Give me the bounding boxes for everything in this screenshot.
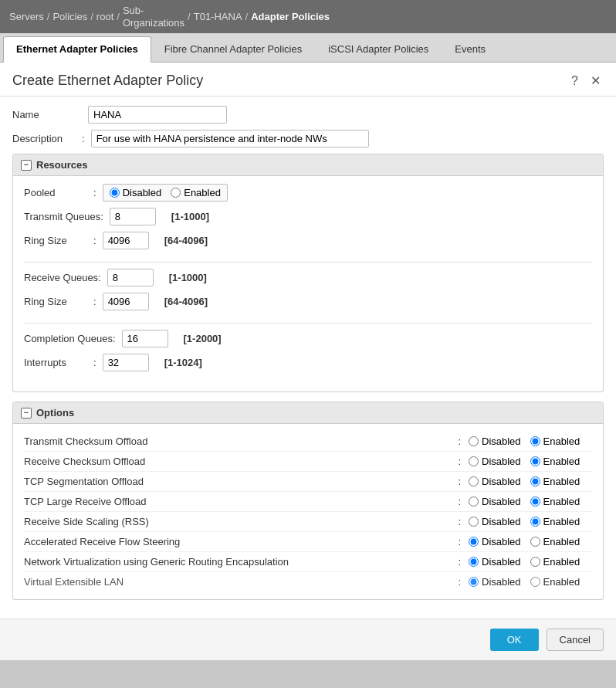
rss-enabled-radio[interactable] [530, 517, 540, 527]
transmit-queues-input[interactable] [110, 208, 156, 225]
resources-collapse-icon: − [21, 160, 32, 171]
rss-enabled[interactable]: Enabled [530, 516, 580, 527]
receive-checksum-label: Receive Checksum Offload [24, 456, 458, 467]
receive-ring-label: Ring Size [24, 296, 93, 307]
transmit-checksum-disabled[interactable]: Disabled [469, 436, 521, 447]
rss-label: Receive Side Scaling (RSS) [24, 516, 458, 527]
name-label: Name [12, 109, 82, 120]
vxlan-enabled[interactable]: Enabled [530, 576, 580, 588]
option-row-arfs: Accelerated Receive Flow Steering : Disa… [24, 532, 592, 552]
transmit-checksum-enabled-radio[interactable] [530, 436, 540, 446]
gre-enabled[interactable]: Enabled [530, 556, 580, 568]
transmit-checksum-label: Transmit Checksum Offload [24, 436, 458, 447]
receive-checksum-enabled-radio[interactable] [530, 456, 540, 466]
arfs-enabled[interactable]: Enabled [530, 536, 580, 547]
tcp-large-receive-disabled[interactable]: Disabled [469, 496, 521, 507]
receive-checksum-enabled[interactable]: Enabled [530, 456, 580, 467]
transmit-checksum-radios: Disabled Enabled [469, 436, 592, 447]
tab-ethernet[interactable]: Ethernet Adapter Policies [3, 36, 151, 63]
rss-disabled-radio[interactable] [469, 517, 479, 527]
receive-queues-label: Receive Queues [24, 272, 98, 283]
breadcrumb-sep4: / [188, 11, 191, 22]
gre-disabled-radio[interactable] [469, 557, 479, 567]
tcp-large-receive-enabled-radio[interactable] [530, 497, 540, 507]
breadcrumb-root[interactable]: root [96, 11, 113, 22]
tab-events[interactable]: Events [442, 36, 499, 62]
options-section-body: Transmit Checksum Offload : Disabled Ena… [13, 424, 603, 599]
tab-fibre-channel[interactable]: Fibre Channel Adapter Policies [151, 36, 316, 62]
name-row: Name [12, 106, 604, 124]
vxlan-disabled[interactable]: Disabled [469, 576, 521, 588]
receive-queues-row: Receive Queues : [1-1000] [24, 269, 592, 286]
pooled-enabled-option[interactable]: Enabled [171, 187, 221, 198]
tcp-segmentation-enabled-radio[interactable] [530, 476, 540, 486]
help-button[interactable]: ? [568, 73, 581, 90]
receive-ring-input[interactable] [103, 293, 149, 310]
gre-enabled-label: Enabled [543, 556, 580, 568]
main-content: Create Ethernet Adapter Policy ? ✕ Name … [0, 63, 616, 660]
receive-queues-input[interactable] [107, 269, 154, 286]
transmit-ring-range: [64-4096] [164, 235, 208, 246]
tcp-segmentation-enabled[interactable]: Enabled [530, 476, 580, 487]
description-input[interactable] [91, 130, 369, 147]
rss-disabled[interactable]: Disabled [469, 516, 521, 527]
transmit-checksum-disabled-radio[interactable] [469, 436, 479, 446]
tcp-large-receive-radios: Disabled Enabled [469, 496, 592, 507]
tab-bar: Ethernet Adapter Policies Fibre Channel … [0, 33, 616, 63]
options-section-header[interactable]: − Options [13, 402, 603, 424]
cancel-button[interactable]: Cancel [547, 629, 604, 651]
transmit-subsection: Transmit Queues : [1-1000] Ring Size : [… [24, 208, 592, 263]
breadcrumb-policies[interactable]: Policies [52, 11, 87, 22]
rss-radios: Disabled Enabled [469, 516, 592, 527]
ok-button[interactable]: OK [490, 629, 539, 651]
pooled-disabled-option[interactable]: Disabled [110, 187, 162, 198]
tcp-large-receive-enabled[interactable]: Enabled [530, 496, 580, 507]
arfs-disabled-radio[interactable] [469, 537, 479, 547]
tcp-large-receive-disabled-label: Disabled [482, 496, 521, 507]
option-row-rss: Receive Side Scaling (RSS) : Disabled En… [24, 512, 592, 532]
pooled-disabled-radio[interactable] [110, 188, 120, 198]
arfs-disabled[interactable]: Disabled [469, 536, 521, 547]
vxlan-enabled-radio[interactable] [530, 577, 540, 587]
interrupts-range: [1-1024] [164, 357, 202, 368]
transmit-queues-label: Transmit Queues [24, 211, 100, 222]
breadcrumb-sep5: / [245, 11, 249, 22]
vxlan-disabled-label: Disabled [482, 576, 521, 588]
completion-queues-input[interactable] [122, 330, 168, 347]
close-button[interactable]: ✕ [587, 72, 604, 90]
gre-disabled[interactable]: Disabled [469, 556, 521, 568]
gre-disabled-label: Disabled [482, 556, 521, 568]
transmit-ring-input[interactable] [103, 232, 149, 249]
tab-iscsi[interactable]: iSCSI Adapter Policies [315, 36, 442, 62]
receive-checksum-disabled[interactable]: Disabled [469, 456, 521, 467]
breadcrumb-servers[interactable]: Servers [9, 11, 44, 22]
completion-queues-range: [1-2000] [184, 333, 222, 344]
breadcrumb-t01hana[interactable]: T01-HANA [194, 11, 242, 22]
tcp-segmentation-disabled-radio[interactable] [469, 476, 479, 486]
breadcrumb-sub-org[interactable]: Sub- Organizations [123, 5, 184, 29]
completion-subsection: Completion Queues : [1-2000] Interrupts … [24, 330, 592, 384]
receive-ring-range: [64-4096] [164, 296, 208, 307]
resources-section-header[interactable]: − Resources [13, 154, 603, 176]
pooled-label: Pooled [24, 187, 93, 198]
pooled-enabled-radio[interactable] [171, 188, 181, 198]
arfs-enabled-label: Enabled [543, 536, 580, 547]
tcp-segmentation-disabled[interactable]: Disabled [469, 476, 521, 487]
name-input[interactable] [88, 106, 227, 124]
tcp-large-receive-disabled-radio[interactable] [469, 497, 479, 507]
resources-section-title: Resources [36, 159, 87, 171]
top-navigation: Servers / Policies / root / Sub- Organiz… [0, 0, 616, 33]
receive-checksum-disabled-radio[interactable] [469, 456, 479, 466]
pooled-radio-group: Disabled Enabled [103, 184, 228, 202]
tcp-large-receive-enabled-label: Enabled [543, 496, 580, 507]
gre-enabled-radio[interactable] [530, 557, 540, 567]
interrupts-input[interactable] [103, 354, 149, 371]
transmit-checksum-enabled[interactable]: Enabled [530, 436, 580, 447]
pooled-enabled-label: Enabled [184, 187, 221, 198]
form-body: Name Description : − Resources [0, 97, 616, 619]
transmit-checksum-disabled-label: Disabled [482, 436, 521, 447]
arfs-enabled-radio[interactable] [530, 537, 540, 547]
arfs-radios: Disabled Enabled [469, 536, 592, 547]
dialog-header: Create Ethernet Adapter Policy ? ✕ [0, 63, 616, 97]
vxlan-disabled-radio[interactable] [469, 577, 479, 587]
